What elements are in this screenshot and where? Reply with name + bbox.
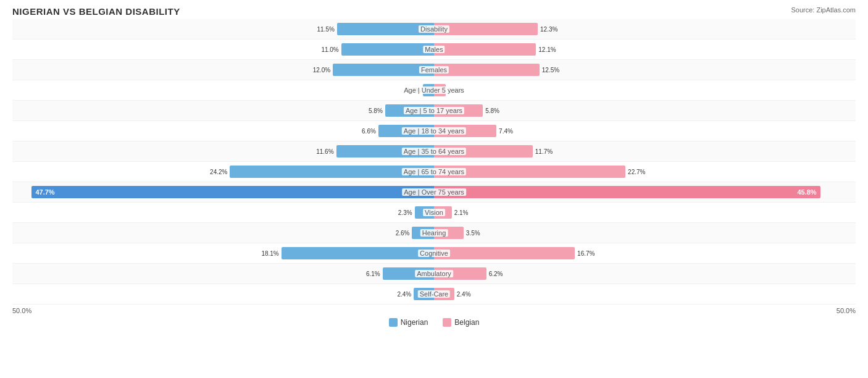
center-label: Ambulatory — [415, 270, 453, 277]
left-value: 6.6% — [362, 128, 376, 135]
center-label: Disability — [419, 25, 449, 33]
left-value: 2.6% — [396, 230, 410, 237]
chart-container: 11.5% Disability 12.3% 11.0% Males — [12, 19, 856, 304]
left-value: 11.5% — [317, 26, 335, 33]
axis-left-label: 50.0% — [12, 307, 434, 314]
bar-nigerian — [282, 247, 434, 259]
chart-row: 2.6% Hearing 3.5% — [12, 223, 856, 243]
chart-row: 6.1% Ambulatory 6.2% — [12, 264, 856, 284]
left-bar-section: 2.4% — [12, 286, 434, 302]
right-value: 12.5% — [542, 67, 559, 74]
right-bar-section: 2.1% — [434, 204, 856, 220]
axis-labels: 50.0% 50.0% — [12, 307, 856, 314]
legend-belgian-label: Belgian — [454, 318, 479, 327]
right-bar-section: 12.5% — [434, 62, 856, 78]
bar-belgian: 45.8% — [434, 186, 820, 198]
right-bar-section: 5.8% — [434, 103, 856, 119]
legend-nigerian-box — [389, 318, 398, 327]
left-value: 6.1% — [366, 271, 380, 277]
left-value: 24.2% — [210, 169, 227, 175]
left-bar-section: 2.6% — [12, 225, 434, 241]
chart-row: 2.3% Vision 2.1% — [12, 203, 856, 223]
left-bar-section: 1.3% — [12, 82, 434, 98]
right-bar-section: 6.2% — [434, 266, 856, 282]
chart-row: 6.6% Age | 18 to 34 years 7.4% — [12, 121, 856, 141]
left-bar-section: 5.8% — [12, 103, 434, 119]
chart-row: 2.4% Self-Care 2.4% — [12, 284, 856, 304]
right-value: 3.5% — [466, 230, 480, 237]
left-value: 12.0% — [313, 67, 330, 74]
left-value: 5.8% — [369, 107, 383, 114]
source-label: Source: ZipAtlas.com — [791, 6, 856, 14]
bar-nigerian: 47.7% — [31, 186, 434, 198]
right-bar-section: 45.8% — [434, 184, 856, 200]
left-bar-section: 11.5% — [12, 21, 434, 37]
left-value: 11.6% — [316, 148, 333, 155]
left-value: 18.1% — [261, 250, 278, 257]
chart-row: 24.2% Age | 65 to 74 years 22.7% — [12, 162, 856, 182]
right-bar-section: 12.1% — [434, 41, 856, 57]
bar-pair: 5.8% Age | 5 to 17 years 5.8% — [12, 103, 856, 119]
right-value: 12.1% — [538, 46, 556, 53]
bar-pair: 11.6% Age | 35 to 64 years 11.7% — [12, 143, 856, 159]
right-bar-section: 16.7% — [434, 245, 856, 261]
right-value: 16.7% — [577, 250, 595, 257]
left-bar-section: 6.1% — [12, 266, 434, 282]
right-value: 2.1% — [454, 209, 469, 216]
chart-row: 1.3% Age | Under 5 years 1.4% — [12, 80, 856, 101]
left-bar-section: 18.1% — [12, 245, 434, 261]
bar-pair: 6.1% Ambulatory 6.2% — [12, 266, 856, 282]
center-label: Hearing — [420, 229, 448, 237]
chart-row: 11.6% Age | 35 to 64 years 11.7% — [12, 141, 856, 162]
right-bar-section: 1.4% — [434, 82, 856, 98]
axis-right-label: 50.0% — [434, 307, 856, 314]
legend-nigerian: Nigerian — [389, 318, 428, 327]
center-label: Age | Under 5 years — [402, 86, 466, 94]
center-label: Age | 5 to 17 years — [404, 107, 464, 114]
right-bar-section: 2.4% — [434, 286, 856, 302]
chart-row: 5.8% Age | 5 to 17 years 5.8% — [12, 101, 856, 121]
bar-pair: 24.2% Age | 65 to 74 years 22.7% — [12, 164, 856, 180]
legend: Nigerian Belgian — [12, 318, 856, 327]
bar-pair: 11.5% Disability 12.3% — [12, 21, 856, 37]
center-label: Self-Care — [418, 290, 450, 298]
bar-pair: 2.4% Self-Care 2.4% — [12, 286, 856, 302]
right-value: 2.4% — [457, 291, 471, 298]
left-bar-section: 6.6% — [12, 123, 434, 139]
right-value: 7.4% — [499, 128, 513, 135]
chart-row: 47.7% Age | Over 75 years 45.8% — [12, 182, 856, 203]
center-label: Age | 65 to 74 years — [402, 168, 466, 175]
left-value: 2.4% — [397, 291, 411, 298]
right-value: 6.2% — [489, 271, 503, 277]
bar-pair: 2.6% Hearing 3.5% — [12, 225, 856, 241]
bar-belgian — [434, 64, 540, 76]
left-value: 11.0% — [321, 46, 338, 53]
right-bar-section: 12.3% — [434, 21, 856, 37]
bar-pair: 1.3% Age | Under 5 years 1.4% — [12, 82, 856, 98]
bar-pair: 2.3% Vision 2.1% — [12, 204, 856, 220]
legend-nigerian-label: Nigerian — [401, 318, 428, 327]
center-label: Females — [419, 66, 449, 74]
left-value-inline: 47.7% — [35, 188, 54, 196]
left-bar-section: 2.3% — [12, 204, 434, 220]
center-label: Vision — [423, 209, 445, 216]
bar-pair: 6.6% Age | 18 to 34 years 7.4% — [12, 123, 856, 139]
bar-pair: 12.0% Females 12.5% — [12, 62, 856, 78]
right-value: 11.7% — [535, 148, 553, 155]
right-bar-section: 22.7% — [434, 164, 856, 180]
chart-title: NIGERIAN VS BELGIAN DISABILITY — [12, 6, 180, 17]
bar-belgian — [434, 43, 536, 56]
left-bar-section: 47.7% — [12, 184, 434, 200]
right-bar-section: 3.5% — [434, 225, 856, 241]
center-label: Males — [423, 46, 444, 53]
left-value: 2.3% — [398, 209, 412, 216]
chart-row: 11.5% Disability 12.3% — [12, 19, 856, 40]
center-label: Cognitive — [418, 250, 450, 257]
chart-row: 11.0% Males 12.1% — [12, 40, 856, 60]
center-label: Age | Over 75 years — [402, 188, 466, 196]
bar-belgian — [434, 247, 575, 259]
legend-belgian-box — [443, 318, 451, 327]
bar-pair: 47.7% Age | Over 75 years 45.8% — [12, 184, 856, 200]
bar-belgian — [434, 23, 538, 35]
left-bar-section: 24.2% — [12, 164, 434, 180]
